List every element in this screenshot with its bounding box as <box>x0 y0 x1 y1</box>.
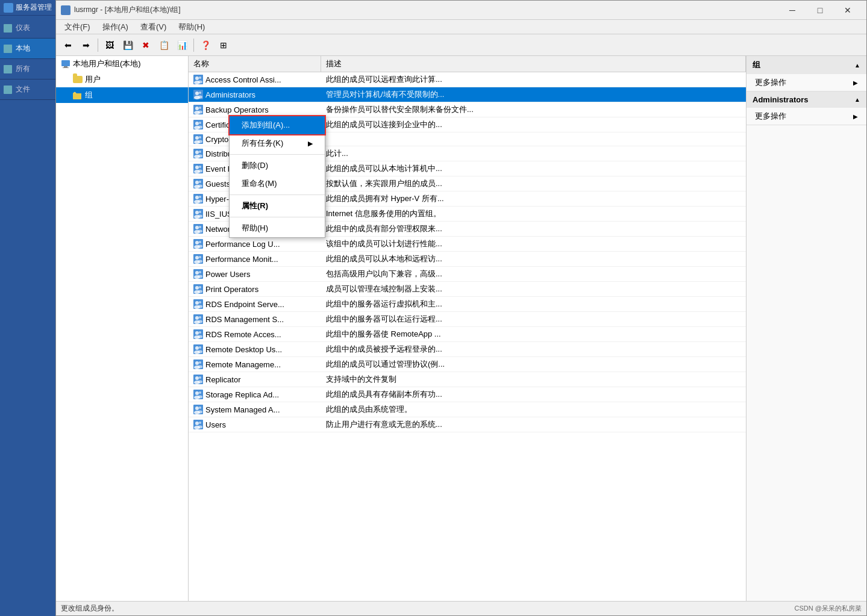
actions-section-group: 组 ▲ 更多操作 ▶ <box>746 56 866 92</box>
svg-point-104 <box>195 376 199 380</box>
svg-point-10 <box>199 92 201 94</box>
context-menu-properties[interactable]: 属性(R) <box>230 197 325 215</box>
list-item[interactable]: Access Control Assi... 此组的成员可以远程查询此计算... <box>189 72 746 87</box>
svg-point-115 <box>199 406 201 409</box>
svg-point-24 <box>195 136 199 140</box>
toolbar-btn-grid[interactable]: ⊞ <box>215 37 232 54</box>
svg-point-85 <box>199 316 201 319</box>
context-menu-help[interactable]: 帮助(H) <box>230 219 325 237</box>
group-row-icon <box>193 105 203 114</box>
svg-point-120 <box>199 422 201 424</box>
list-cell-desc: 此组的成员可以远程查询此计算... <box>321 72 746 87</box>
sm-wenjian-label: 文件 <box>16 84 30 95</box>
svg-point-92 <box>198 335 202 338</box>
actions-admin-arrow: ▲ <box>854 96 860 103</box>
forward-button[interactable]: ➡ <box>78 37 95 54</box>
action-more-ops-2[interactable]: 更多操作 ▶ <box>746 108 866 125</box>
svg-point-4 <box>195 76 199 80</box>
actions-section-administrators: Administrators ▲ 更多操作 ▶ <box>746 92 866 125</box>
svg-point-9 <box>195 92 199 95</box>
toolbar-sep-2 <box>193 39 194 52</box>
menu-file[interactable]: 文件(F) <box>58 20 96 34</box>
tree-users[interactable]: 用户 <box>56 72 188 87</box>
server-manager-header: 服务器管理 <box>0 0 55 16</box>
context-menu-add-to-group[interactable]: 添加到组(A)... <box>228 115 326 135</box>
svg-point-77 <box>198 290 202 293</box>
sm-wenjian-icon <box>4 86 12 94</box>
list-item[interactable]: RDS Management S... 此组中的服务器可以在运行远程... <box>189 312 746 327</box>
svg-point-44 <box>195 196 199 199</box>
menu-view[interactable]: 查看(V) <box>134 20 172 34</box>
tree-users-label: 用户 <box>85 74 101 85</box>
list-cell-name: Power Users <box>189 267 321 281</box>
list-item[interactable]: Storage Replica Ad... 此组的成员具有存储副本所有功... <box>189 387 746 402</box>
more-ops-1-arrow: ▶ <box>853 79 858 86</box>
computer-icon <box>61 59 70 69</box>
sm-nav-bendi[interactable]: 本地 <box>0 39 55 59</box>
svg-point-52 <box>198 215 202 218</box>
list-item[interactable]: System Managed A... 此组的成员由系统管理。 <box>189 402 746 417</box>
toolbar-btn-3[interactable]: 📋 <box>155 37 172 54</box>
delete-icon: ✖ <box>142 40 149 50</box>
context-menu-sep-2 <box>230 194 325 195</box>
tree-root-label: 本地用户和组(本地) <box>73 58 141 69</box>
list-item[interactable]: Power Users 包括高级用户以向下兼容，高级... <box>189 267 746 282</box>
sm-nav-wenjian[interactable]: 文件 <box>0 79 55 100</box>
col-header-desc[interactable]: 描述 <box>321 56 746 72</box>
svg-point-60 <box>199 241 201 243</box>
actions-admin-header: Administrators ▲ <box>746 92 866 108</box>
tree-groups-label: 组 <box>85 90 93 101</box>
window-controls: ─ □ ✕ <box>778 1 862 20</box>
list-cell-desc: 此组中的服务器运行虚拟机和主... <box>321 297 746 311</box>
list-item[interactable]: Performance Monit... 此组的成员可以从本地和远程访... <box>189 252 746 267</box>
list-item[interactable]: Remote Desktop Us... 此组中的成员被授予远程登录的... <box>189 342 746 357</box>
minimize-button[interactable]: ─ <box>778 1 806 20</box>
menu-help[interactable]: 帮助(H) <box>172 20 211 34</box>
menu-action[interactable]: 操作(A) <box>96 20 134 34</box>
toolbar-btn-help[interactable]: ❓ <box>197 37 214 54</box>
svg-point-95 <box>199 346 201 349</box>
sm-nav-yibiao[interactable]: 仪表 <box>0 18 55 39</box>
tree-root[interactable]: 本地用户和组(本地) <box>56 56 188 72</box>
sm-nav-suoyou[interactable]: 所有 <box>0 59 55 79</box>
svg-point-20 <box>199 122 201 124</box>
maximize-button[interactable]: □ <box>806 1 834 20</box>
list-item[interactable]: Replicator 支持域中的文件复制 <box>189 372 746 387</box>
server-manager-nav: 仪表 本地 所有 文件 <box>0 16 55 616</box>
context-menu-rename[interactable]: 重命名(M) <box>230 175 325 193</box>
svg-point-102 <box>198 366 202 369</box>
back-button[interactable]: ⬅ <box>60 37 77 54</box>
tree-groups[interactable]: 组 <box>56 87 188 103</box>
toolbar-icon-1: 🖼 <box>105 40 114 50</box>
list-cell-desc: 此组的成员可以连接到企业中的... <box>321 117 746 132</box>
list-cell-desc: 防止用户进行有意或无意的系统... <box>321 417 746 432</box>
list-item[interactable]: RDS Remote Acces... 此组中的服务器使 RemoteApp .… <box>189 327 746 342</box>
grid-icon: ⊞ <box>220 40 227 50</box>
list-item[interactable]: Print Operators 成员可以管理在域控制器上安装... <box>189 282 746 297</box>
list-item[interactable]: RDS Endpoint Serve... 此组中的服务器运行虚拟机和主... <box>189 297 746 312</box>
close-button[interactable]: ✕ <box>834 1 862 20</box>
sm-bendi-label: 本地 <box>16 43 30 54</box>
list-item[interactable]: Remote Manageme... 此组的成员可以通过管理协议(例... <box>189 357 746 372</box>
list-cell-name: RDS Remote Acces... <box>189 328 321 341</box>
toolbar-btn-4[interactable]: 📊 <box>174 37 190 54</box>
list-cell-name: System Managed A... <box>189 403 321 416</box>
list-item[interactable]: Performance Log U... 该组中的成员可以计划进行性能... <box>189 237 746 252</box>
list-item[interactable]: Administrators 管理员对计算机/域有不受限制的... <box>189 87 746 102</box>
list-cell-desc: 此组的成员可以从本地和远程访... <box>321 252 746 266</box>
toolbar-btn-2[interactable]: 💾 <box>119 37 136 54</box>
svg-point-97 <box>198 350 202 353</box>
context-menu-all-tasks[interactable]: 所有任务(K) ▶ <box>230 134 325 152</box>
list-cell-desc: Internet 信息服务使用的内置组。 <box>321 207 746 221</box>
action-more-ops-1[interactable]: 更多操作 ▶ <box>746 74 866 91</box>
list-cell-desc: 此组的成员可以通过管理协议(例... <box>321 357 746 372</box>
context-menu-properties-label: 属性(R) <box>242 201 268 211</box>
toolbar-btn-1[interactable]: 🖼 <box>101 37 118 54</box>
toolbar-btn-delete[interactable]: ✖ <box>137 37 154 54</box>
context-menu-delete[interactable]: 删除(D) <box>230 157 325 175</box>
list-item[interactable]: Users 防止用户进行有意或无意的系统... <box>189 417 746 432</box>
forward-icon: ➡ <box>83 40 90 50</box>
list-cell-desc: 此组的成员具有存储副本所有功... <box>321 387 746 402</box>
col-header-name[interactable]: 名称 <box>189 56 321 72</box>
svg-point-69 <box>195 271 199 275</box>
